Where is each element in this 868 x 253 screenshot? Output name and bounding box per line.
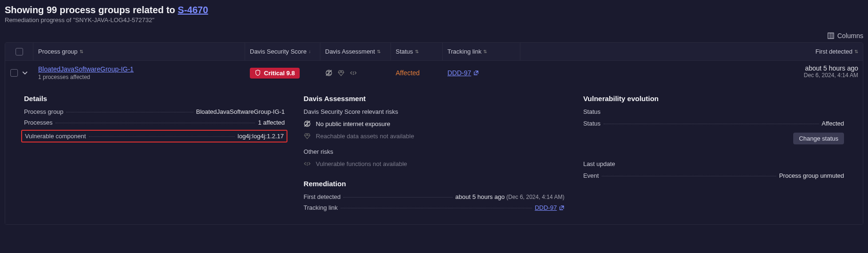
status-sub: Status	[583, 108, 844, 115]
col-status[interactable]: Status ⇅	[391, 43, 443, 60]
risk-no-internet: No public internet exposure	[303, 120, 564, 127]
cell-assessment	[320, 61, 391, 85]
columns-button[interactable]: Columns	[5, 32, 863, 40]
kv-value: Process group unmuted	[779, 172, 844, 179]
kv-key: Processes	[24, 119, 53, 126]
kv-event: Event Process group unmuted	[583, 172, 844, 179]
kv-first-detected: First detected about 5 hours ago (Dec 6,…	[303, 193, 564, 200]
col-first-detected-label: First detected	[815, 48, 852, 55]
process-groups-table: Process group ⇅ Davis Security Score ↓ D…	[5, 42, 863, 225]
col-dss[interactable]: Davis Security Score ↓	[245, 43, 320, 60]
row-controls	[5, 61, 33, 85]
tracking-link[interactable]: DDD-97	[535, 204, 565, 211]
kv-process-group: Process group BloatedJavaSoftwareGroup-I…	[24, 108, 285, 115]
external-link-icon	[559, 205, 565, 211]
svg-rect-0	[828, 33, 834, 39]
kv-value: BloatedJavaSoftwareGroup-IG-1	[196, 108, 285, 115]
details-panel: Details Process group BloatedJavaSoftwar…	[5, 85, 863, 224]
col-tracking[interactable]: Tracking link ⇅	[443, 43, 520, 60]
page-header: Showing 99 process groups related to S-4…	[5, 5, 863, 24]
kv-dots	[343, 197, 453, 198]
col-assessment[interactable]: Davis Assessment ⇅	[320, 43, 391, 60]
remediation-heading: Remediation	[303, 180, 564, 188]
globe-slash-icon	[303, 120, 311, 127]
kv-vulnerable-component: Vulnerable component log4j:log4j:1.2.17	[21, 130, 287, 142]
cell-status: Affected	[391, 61, 443, 85]
title-link[interactable]: S-4670	[178, 5, 208, 15]
dss-risks-sub: Davis Security Score relevant risks	[303, 108, 564, 115]
risk-label: Reachable data assets not available	[316, 133, 414, 140]
cell-process-group: BloatedJavaSoftwareGroup-IG-1 1 processe…	[33, 61, 245, 85]
page-title: Showing 99 process groups related to S-4…	[5, 5, 863, 16]
kv-status: Status Affected	[583, 120, 844, 127]
dss-badge-label: Critical 9.8	[264, 70, 295, 77]
kv-value: about 5 hours ago (Dec 6, 2024, 4:14 AM)	[455, 193, 565, 200]
kv-key: Process group	[24, 108, 64, 115]
tracking-link[interactable]: DDD-97	[447, 69, 479, 77]
first-detected-absolute: Dec 6, 2024, 4:14 AM	[525, 72, 858, 79]
col-assessment-label: Davis Assessment	[325, 48, 375, 55]
col-status-label: Status	[396, 48, 413, 55]
columns-label: Columns	[837, 32, 863, 40]
tracking-link-label: DDD-97	[447, 69, 471, 77]
table-header-row: Process group ⇅ Davis Security Score ↓ D…	[5, 43, 863, 61]
chevron-down-icon[interactable]	[22, 70, 28, 76]
last-update-sub: Last update	[583, 160, 844, 167]
table-row: BloatedJavaSoftwareGroup-IG-1 1 processe…	[5, 61, 863, 85]
col-process-group[interactable]: Process group ⇅	[33, 43, 245, 60]
kv-key: Status	[583, 120, 601, 127]
title-prefix: Showing 99 process groups related to	[5, 5, 178, 15]
kv-dots	[602, 176, 776, 176]
first-detected-abs: (Dec 6, 2024, 4:14 AM)	[506, 194, 564, 200]
sort-icon: ⇅	[483, 49, 487, 54]
dss-badge: Critical 9.8	[250, 68, 300, 79]
risk-vuln-func-na: Vulnerable functions not available	[303, 160, 564, 167]
change-status-button[interactable]: Change status	[793, 133, 844, 144]
globe-slash-icon	[325, 69, 333, 77]
process-group-sub: 1 processes affected	[38, 74, 134, 80]
kv-dots	[604, 124, 819, 124]
external-link-icon	[473, 70, 479, 76]
col-process-group-label: Process group	[38, 48, 78, 55]
cell-first-detected: about 5 hours ago Dec 6, 2024, 4:14 AM	[520, 61, 863, 85]
page-subtitle: Remediation progress of "SNYK-JAVA-LOG4J…	[5, 16, 863, 24]
select-all-cell	[5, 43, 33, 60]
kv-dots	[56, 123, 255, 123]
details-heading: Details	[24, 95, 285, 103]
kv-value: Affected	[822, 120, 844, 127]
sort-icon: ⇅	[377, 49, 381, 54]
kv-tracking-link: Tracking link DDD-97	[303, 204, 564, 211]
shield-icon	[255, 70, 261, 76]
row-checkbox[interactable]	[10, 69, 18, 77]
first-detected-rel: about 5 hours ago	[455, 193, 505, 200]
kv-value: DDD-97	[535, 204, 565, 211]
kv-dots	[66, 112, 193, 112]
select-all-checkbox[interactable]	[16, 48, 23, 55]
kv-key: Vulnerable component	[25, 133, 86, 140]
columns-icon	[827, 32, 835, 40]
kv-value: 1 affected	[258, 119, 285, 126]
cell-tracking: DDD-97	[443, 61, 520, 85]
svg-point-10	[307, 165, 308, 166]
kv-key: First detected	[303, 193, 341, 200]
diamond-icon	[337, 69, 345, 77]
kv-value: log4j:log4j:1.2.17	[238, 133, 284, 140]
risk-label: Vulnerable functions not available	[316, 160, 407, 167]
code-warning-icon	[350, 69, 357, 77]
diamond-icon	[303, 132, 311, 140]
kv-dots	[341, 208, 532, 208]
sort-icon: ⇅	[854, 49, 858, 54]
code-warning-icon	[303, 160, 311, 167]
status-badge: Affected	[396, 69, 420, 77]
sort-icon: ⇅	[80, 49, 83, 54]
evolution-column: Vulnerability evolution Status Status Af…	[583, 95, 844, 215]
other-risks-sub: Other risks	[303, 148, 564, 155]
col-tracking-label: Tracking link	[447, 48, 481, 55]
kv-dots	[89, 136, 235, 137]
assessment-heading: Davis Assessment	[303, 95, 564, 103]
risk-label: No public internet exposure	[316, 120, 390, 127]
sort-icon: ⇅	[415, 49, 419, 54]
col-dss-label: Davis Security Score	[250, 48, 307, 55]
col-first-detected[interactable]: First detected ⇅	[520, 43, 863, 60]
process-group-link[interactable]: BloatedJavaSoftwareGroup-IG-1	[38, 65, 134, 73]
